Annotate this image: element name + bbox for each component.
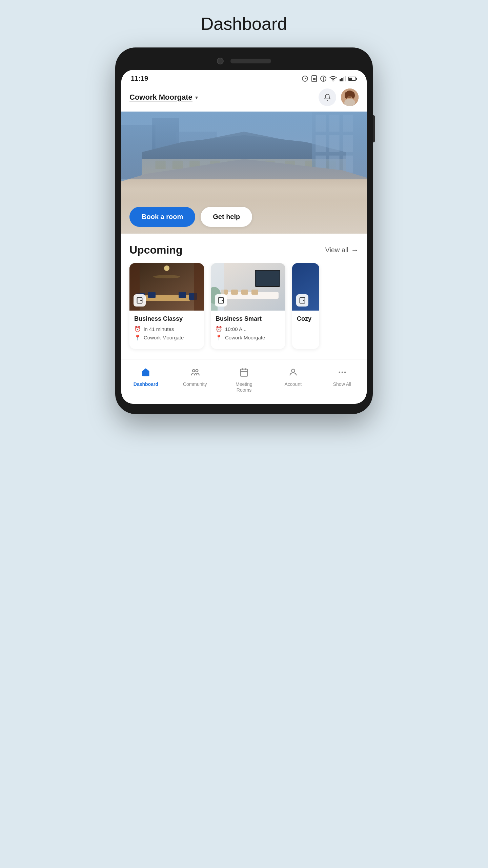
svg-rect-36 xyxy=(156,174,166,183)
svg-rect-100 xyxy=(251,290,258,295)
room-card-2-location: 📍 Cowork Moorgate xyxy=(216,334,281,341)
nav-account[interactable]: Account xyxy=(268,365,318,396)
nav-show-all[interactable]: Show All xyxy=(318,365,367,396)
svg-rect-87 xyxy=(179,292,186,298)
avatar xyxy=(341,88,359,106)
svg-rect-48 xyxy=(189,188,200,196)
svg-rect-77 xyxy=(329,176,339,193)
header-location[interactable]: Cowork Moorgate ▾ xyxy=(129,93,198,102)
svg-rect-72 xyxy=(343,135,353,152)
clock-icon-1: ⏰ xyxy=(134,326,141,332)
door-svg-3 xyxy=(299,297,306,304)
svg-point-109 xyxy=(303,300,304,301)
svg-point-111 xyxy=(196,370,198,372)
view-all-button[interactable]: View all → xyxy=(325,246,359,255)
svg-rect-68 xyxy=(329,115,339,132)
clock-icon-2: ⏰ xyxy=(216,326,222,332)
svg-rect-8 xyxy=(343,77,344,81)
nav-community[interactable]: Community xyxy=(170,365,220,396)
svg-rect-43 xyxy=(285,174,295,183)
bottom-nav: Dashboard Community xyxy=(121,359,367,404)
phone-screen: 11:19 xyxy=(121,70,367,404)
svg-point-18 xyxy=(351,92,355,99)
phone-top xyxy=(121,58,367,64)
svg-rect-74 xyxy=(329,156,339,173)
status-time: 11:19 xyxy=(131,75,148,82)
svg-point-105 xyxy=(222,300,223,301)
phone-shell: 11:19 xyxy=(115,47,373,414)
more-svg xyxy=(338,368,347,377)
room-card-1-image xyxy=(129,263,204,311)
svg-rect-76 xyxy=(316,176,326,193)
svg-rect-78 xyxy=(343,176,353,193)
room-card-2-time-text: 10:00 A... xyxy=(225,326,246,332)
account-svg xyxy=(288,368,298,377)
svg-marker-24 xyxy=(142,132,346,152)
status-icons xyxy=(302,75,357,82)
status-bar: 11:19 xyxy=(121,70,367,85)
book-room-button[interactable]: Book a room xyxy=(129,207,195,227)
svg-rect-73 xyxy=(316,156,326,173)
svg-rect-9 xyxy=(345,76,346,81)
svg-rect-12 xyxy=(349,78,352,80)
svg-rect-75 xyxy=(343,156,353,173)
svg-rect-41 xyxy=(244,174,254,183)
nav-meeting-rooms-label: Meeting Rooms xyxy=(236,381,252,393)
room-card-3-name: Cozy xyxy=(297,315,314,322)
home-svg xyxy=(141,368,150,377)
room-card-1[interactable]: Business Classy ⏰ in 41 minutes 📍 Cowork… xyxy=(129,263,204,349)
status-icon-2 xyxy=(311,75,317,82)
battery-icon xyxy=(348,76,357,81)
svg-rect-69 xyxy=(343,115,353,132)
svg-rect-46 xyxy=(156,188,166,196)
room-card-1-name: Business Classy xyxy=(134,315,199,322)
status-icon-3 xyxy=(320,75,327,82)
svg-point-110 xyxy=(192,370,195,372)
chevron-down-icon: ▾ xyxy=(195,94,198,101)
page-title: Dashboard xyxy=(201,14,287,34)
svg-rect-50 xyxy=(227,188,237,196)
room-card-2-time: ⏰ 10:00 A... xyxy=(216,326,281,332)
room-card-2-name: Business Smart xyxy=(216,315,281,322)
door-icon-2 xyxy=(215,294,227,307)
door-svg-2 xyxy=(218,297,224,304)
svg-point-17 xyxy=(345,92,348,99)
svg-rect-67 xyxy=(316,115,326,132)
svg-point-5 xyxy=(333,80,334,81)
calendar-icon xyxy=(239,368,249,379)
svg-rect-29 xyxy=(210,161,220,169)
door-icon-3 xyxy=(296,294,308,307)
svg-point-82 xyxy=(153,275,180,278)
location-name[interactable]: Cowork Moorgate xyxy=(129,93,192,102)
upcoming-title: Upcoming xyxy=(129,244,182,256)
get-help-button[interactable]: Get help xyxy=(201,207,252,227)
avatar-button[interactable] xyxy=(341,88,359,106)
svg-point-116 xyxy=(291,369,294,372)
view-all-label: View all xyxy=(325,246,348,254)
room-card-2[interactable]: Business Smart ⏰ 10:00 A... 📍 Cowork Moo… xyxy=(211,263,285,349)
nav-dashboard[interactable]: Dashboard xyxy=(121,365,170,396)
room-card-1-body: Business Classy ⏰ in 41 minutes 📍 Cowork… xyxy=(129,311,204,349)
svg-rect-55 xyxy=(326,188,336,196)
notifications-button[interactable] xyxy=(319,88,336,106)
svg-rect-52 xyxy=(264,188,274,196)
svg-point-118 xyxy=(341,372,343,373)
wifi-icon xyxy=(329,76,337,81)
nav-meeting-rooms[interactable]: Meeting Rooms xyxy=(220,365,269,396)
svg-rect-45 xyxy=(326,174,336,183)
svg-rect-32 xyxy=(264,161,274,169)
svg-rect-11 xyxy=(356,78,357,80)
svg-point-91 xyxy=(141,300,142,301)
svg-rect-44 xyxy=(305,174,316,183)
svg-rect-112 xyxy=(240,369,247,376)
calendar-svg xyxy=(239,368,249,377)
svg-rect-30 xyxy=(227,161,237,169)
rooms-list: Business Classy ⏰ in 41 minutes 📍 Cowork… xyxy=(121,263,367,359)
location-icon-1: 📍 xyxy=(134,334,141,341)
svg-rect-33 xyxy=(285,161,295,169)
room-card-2-location-text: Cowork Moorgate xyxy=(225,335,265,340)
avatar-image xyxy=(341,88,359,106)
svg-rect-39 xyxy=(210,174,220,183)
svg-rect-49 xyxy=(210,188,220,196)
room-card-3[interactable]: Cozy xyxy=(292,263,319,349)
